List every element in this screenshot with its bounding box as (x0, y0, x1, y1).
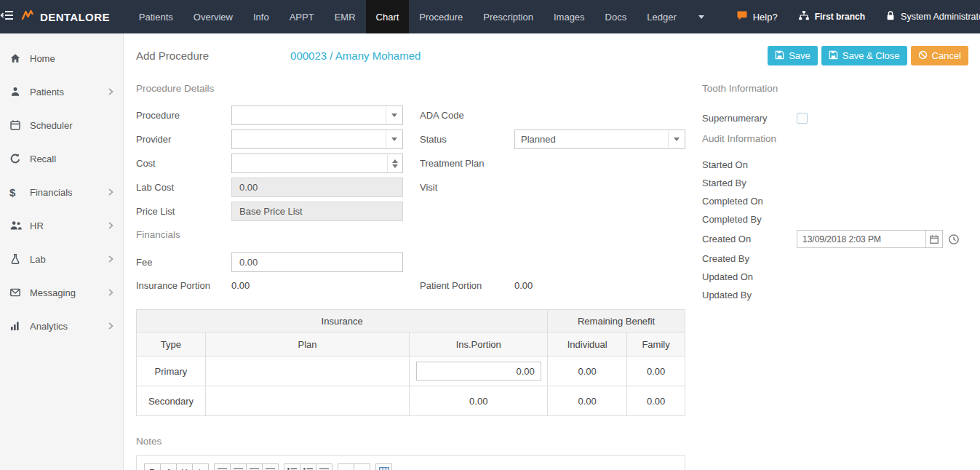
nav-tab-docs[interactable]: Docs (595, 0, 637, 33)
nav-more-dropdown[interactable] (687, 0, 716, 33)
nav-tab-overview[interactable]: Overview (183, 0, 243, 33)
bold-button[interactable]: B (144, 463, 161, 470)
nav-tab-images[interactable]: Images (543, 0, 595, 33)
nav-tab-procedure[interactable]: Procedure (409, 0, 473, 33)
user-menu[interactable]: System Administrator (885, 10, 980, 23)
started-by-label: Started By (702, 178, 797, 188)
numbered-list-button[interactable] (300, 463, 316, 470)
branch-sitemap-icon (798, 10, 810, 23)
primary-individual-cell: 0.00 (548, 357, 627, 386)
save-close-button[interactable]: Save & Close (821, 46, 907, 65)
fee-input[interactable] (231, 252, 403, 272)
section-heading-tooth-information: Tooth Information (702, 83, 968, 94)
audit-row: Updated On (702, 268, 968, 286)
nav-tab-info[interactable]: Info (243, 0, 279, 33)
align-left-button[interactable] (214, 463, 231, 470)
primary-ins-portion-input[interactable] (416, 362, 541, 381)
envelope-icon (9, 287, 30, 298)
nav-tab-prescription[interactable]: Prescription (473, 0, 543, 33)
top-nav-right: Help? First branch System Administrator (716, 0, 980, 33)
sidebar-item-analytics[interactable]: Analytics (0, 309, 123, 343)
insurance-portion-value: 0.00 (231, 280, 403, 291)
brand[interactable]: DENTALORE (15, 0, 129, 33)
chevron-right-icon (108, 222, 113, 229)
italic-button[interactable]: I (160, 463, 177, 470)
people-icon (9, 220, 30, 231)
nav-tab-ledger[interactable]: Ledger (637, 0, 686, 33)
indent-button[interactable] (316, 463, 332, 470)
align-justify-button[interactable] (262, 463, 279, 470)
sidebar-item-messaging[interactable]: Messaging (0, 276, 123, 309)
sidebar-item-hr[interactable]: HR (0, 209, 123, 242)
sidebar-item-recall[interactable]: Recall (0, 142, 123, 175)
col-header-family: Family (627, 332, 685, 357)
audit-fields: Started On Started By Completed On Compl… (702, 156, 968, 304)
sidebar-item-lab[interactable]: Lab (0, 242, 123, 276)
insert-table-button[interactable] (375, 463, 392, 470)
visit-label: Visit (420, 182, 514, 193)
bullet-list-button[interactable] (284, 463, 300, 470)
calendar-icon (9, 119, 30, 131)
recall-refresh-icon (9, 153, 30, 164)
help-button[interactable]: Help? (736, 10, 778, 23)
status-label: Status (420, 134, 514, 145)
save-floppy-icon (829, 50, 838, 62)
branch-selector[interactable]: First branch (798, 10, 865, 23)
sidebar-toggle-button[interactable] (0, 0, 15, 33)
updated-by-label: Updated By (702, 290, 797, 300)
nav-tab-patients[interactable]: Patients (129, 0, 183, 33)
sidebar-item-scheduler[interactable]: Scheduler (0, 108, 123, 142)
secondary-family-cell: 0.00 (627, 386, 685, 416)
lock-icon (885, 10, 896, 23)
nav-tab-chart[interactable]: Chart (366, 0, 410, 33)
sidebar-item-patients[interactable]: Patients (0, 75, 123, 108)
procedure-select[interactable] (231, 105, 403, 125)
sidebar-item-home[interactable]: Home (0, 41, 123, 75)
align-center-button[interactable] (230, 463, 247, 470)
patient-link[interactable]: 000023 / Amany Mohamed (290, 49, 421, 62)
superscript-button[interactable]: x2 (354, 463, 370, 470)
secondary-type-cell: Secondary (137, 386, 206, 416)
save-label: Save (789, 50, 810, 61)
audit-row: Updated By (702, 286, 968, 304)
table-row-primary: Primary 0.00 0.00 (137, 357, 685, 386)
main-content: Add Procedure 000023 / Amany Mohamed Sav… (124, 33, 980, 470)
nav-tab-appt[interactable]: APPT (279, 0, 324, 33)
calendar-picker-icon[interactable] (926, 230, 943, 248)
strikethrough-button[interactable]: abc (192, 463, 209, 470)
subscript-button[interactable]: x2 (338, 463, 354, 470)
chevron-down-icon[interactable] (386, 131, 402, 148)
header-buttons: Save Save & Close Cancel (768, 46, 968, 65)
cost-label: Cost (136, 158, 231, 169)
supernumerary-checkbox[interactable] (797, 113, 808, 124)
created-by-label: Created By (702, 253, 797, 264)
provider-select[interactable] (231, 130, 403, 149)
nav-tab-emr[interactable]: EMR (324, 0, 366, 33)
cost-stepper[interactable] (231, 154, 403, 173)
primary-plan-cell (205, 357, 409, 386)
sidebar: Home Patients Scheduler Recall $ Financi… (0, 33, 124, 470)
person-icon (9, 86, 30, 97)
section-heading-notes: Notes (136, 436, 685, 447)
bar-chart-icon (9, 320, 30, 332)
procedure-form: Procedure Details Procedure ADA Code Pro… (136, 65, 685, 470)
status-select[interactable]: Planned (514, 130, 685, 149)
save-button[interactable]: Save (768, 46, 818, 65)
brand-name: DENTALORE (40, 11, 110, 23)
audit-row: Created On (702, 228, 968, 250)
right-panel: Tooth Information Supernumerary Audit In… (702, 65, 968, 304)
align-right-button[interactable] (246, 463, 263, 470)
cancel-button[interactable]: Cancel (911, 46, 968, 65)
lab-cost-field: 0.00 (231, 178, 403, 197)
chevron-down-icon[interactable] (668, 131, 684, 148)
spinner-arrows-icon[interactable] (387, 155, 402, 172)
notes-toolbar: B I U abc (144, 463, 677, 470)
sidebar-item-financials[interactable]: $ Financials (0, 175, 123, 209)
created-on-input[interactable] (797, 230, 926, 248)
sidebar-item-label: Analytics (30, 321, 68, 332)
top-nav-tabs: Patients Overview Info APPT EMR Chart Pr… (129, 0, 687, 33)
chevron-down-icon[interactable] (386, 107, 402, 124)
underline-button[interactable]: U (176, 463, 193, 470)
provider-label: Provider (136, 134, 231, 145)
clock-picker-icon[interactable] (948, 234, 960, 245)
